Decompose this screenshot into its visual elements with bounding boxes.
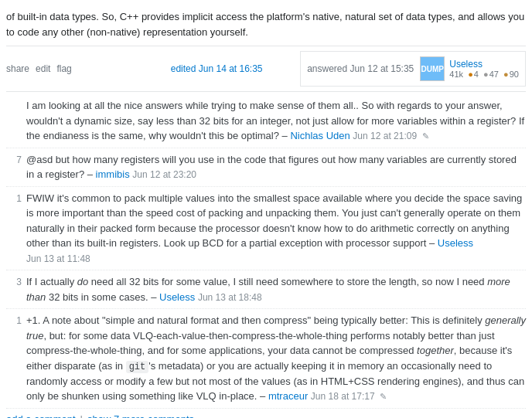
comments-section: I am looking at all the nice answers whi… [6,98,526,418]
edited-text: edited Jun 14 at 16:35 [171,63,263,74]
em-more-than: more than [26,276,510,303]
em-generally-true: generally true [26,314,526,342]
comment-vote: 3 [6,274,22,304]
show-more-comments-link[interactable]: show 7 more comments [87,413,194,419]
comment-time: Jun 12 at 21:09 [353,131,417,141]
em-together: together [417,345,454,356]
edit-pencil-icon: ✎ [422,131,429,141]
comment: 1 FWIW it's common to pack multiple valu… [6,186,526,270]
comment-time: Jun 18 at 17:17 [311,391,375,402]
edit-pencil-icon: ✎ [380,392,387,401]
comment-text: +1. A note about "simple and natural for… [26,313,526,404]
comment: 3 If I actually do need all 32 bits for … [6,270,526,308]
comment-text: @asd but how many registers will you use… [26,152,526,182]
share-link[interactable]: share [6,63,29,74]
comment-vote: 1 [6,191,22,267]
answer-body-text: of built-in data types. So, C++ provides… [6,11,524,38]
comment-time: Jun 13 at 18:48 [198,292,262,303]
comment-time: Jun 13 at 11:48 [26,253,90,264]
user-name-link[interactable]: Useless [449,59,519,70]
comment-text: FWIW it's common to pack multiple values… [26,191,526,267]
comment: 1 +1. A note about "simple and natural f… [6,308,526,408]
user-badges: 41k 4 47 90 [449,70,519,79]
edit-link[interactable]: edit [36,63,50,74]
avatar: DUMP [420,56,445,81]
comment-author-link[interactable]: Useless [438,237,473,249]
answer-body: of built-in data types. So, C++ provides… [6,6,526,46]
comment-vote [6,98,22,144]
comment-author-link[interactable]: Useless [159,291,195,303]
comment: 7 @asd but how many registers will you u… [6,148,526,186]
answer-meta-left: share edit flag edited Jun 14 at 16:35 [6,63,263,74]
comment: I am looking at all the nice answers whi… [6,98,526,148]
gold-badge: 4 [468,70,479,79]
page-wrapper: of built-in data types. So, C++ provides… [0,0,532,418]
silver-badge: 47 [483,70,499,79]
em-do: do [77,276,88,287]
add-comment-link[interactable]: add a comment [6,413,76,419]
comment-text: If I actually do need all 32 bits for so… [26,274,526,304]
answered-time: answered Jun 12 at 15:35 [307,63,414,74]
answer-meta: share edit flag edited Jun 14 at 16:35 a… [6,46,526,92]
avatar-text: DUMP [421,65,444,73]
comment-time: Jun 12 at 23:20 [132,169,196,180]
code-git: git [126,361,149,373]
comment-author-link[interactable]: mtraceur [268,390,308,402]
comment-text: I am looking at all the nice answers whi… [26,98,526,144]
separator: | [80,413,83,419]
user-info: Useless 41k 4 47 90 [449,59,519,79]
comment-vote: 1 [6,313,22,404]
comment-vote: 7 [6,152,22,182]
comment-actions: add a comment | show 7 more comments [6,408,526,419]
bronze-badge: 90 [503,70,519,79]
comment-author-link[interactable]: Nichlas Uden [290,130,350,141]
user-rep: 41k [449,70,463,79]
answer-meta-right: answered Jun 12 at 15:35 DUMP Useless 41… [300,51,526,87]
comment-author-link[interactable]: immibis [96,168,130,180]
flag-link[interactable]: flag [56,63,71,74]
